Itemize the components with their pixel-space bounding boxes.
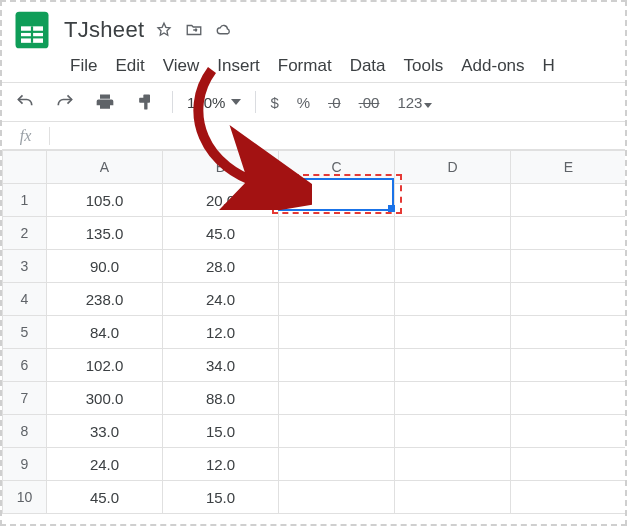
cell-A10[interactable]: 45.0 xyxy=(47,481,163,514)
cell-D9[interactable] xyxy=(395,448,511,481)
decrease-decimal[interactable]: .0 xyxy=(328,94,341,111)
row-header[interactable]: 8 xyxy=(3,415,47,448)
row-header[interactable]: 1 xyxy=(3,184,47,217)
cell-E10[interactable] xyxy=(511,481,627,514)
app-header: TJsheet File Edit View Insert Format Dat… xyxy=(2,2,625,82)
menu-edit[interactable]: Edit xyxy=(115,56,144,76)
cell-D5[interactable] xyxy=(395,316,511,349)
cell-A2[interactable]: 135.0 xyxy=(47,217,163,250)
cell-E6[interactable] xyxy=(511,349,627,382)
row-header[interactable]: 9 xyxy=(3,448,47,481)
grid-table: A B C D E 1105.020.02135.045.0390.028.04… xyxy=(2,150,627,514)
menu-help[interactable]: H xyxy=(543,56,555,76)
col-header-B[interactable]: B xyxy=(163,151,279,184)
menu-data[interactable]: Data xyxy=(350,56,386,76)
menu-addons[interactable]: Add-ons xyxy=(461,56,524,76)
table-row: 6102.034.0 xyxy=(3,349,627,382)
col-header-C[interactable]: C xyxy=(279,151,395,184)
cell-B6[interactable]: 34.0 xyxy=(163,349,279,382)
cell-E9[interactable] xyxy=(511,448,627,481)
cell-A6[interactable]: 102.0 xyxy=(47,349,163,382)
cell-D8[interactable] xyxy=(395,415,511,448)
row-header[interactable]: 3 xyxy=(3,250,47,283)
increase-decimal[interactable]: .00 xyxy=(359,94,380,111)
cell-C8[interactable] xyxy=(279,415,395,448)
cell-C5[interactable] xyxy=(279,316,395,349)
cell-A8[interactable]: 33.0 xyxy=(47,415,163,448)
paint-format-icon[interactable] xyxy=(132,89,158,115)
cell-A4[interactable]: 238.0 xyxy=(47,283,163,316)
row-header[interactable]: 7 xyxy=(3,382,47,415)
col-header-A[interactable]: A xyxy=(47,151,163,184)
toolbar-separator xyxy=(255,91,256,113)
cell-C3[interactable] xyxy=(279,250,395,283)
cell-D2[interactable] xyxy=(395,217,511,250)
menu-file[interactable]: File xyxy=(70,56,97,76)
document-title[interactable]: TJsheet xyxy=(64,17,144,43)
cell-E8[interactable] xyxy=(511,415,627,448)
print-icon[interactable] xyxy=(92,89,118,115)
row-header[interactable]: 6 xyxy=(3,349,47,382)
select-all-corner[interactable] xyxy=(3,151,47,184)
cell-B10[interactable]: 15.0 xyxy=(163,481,279,514)
cell-C2[interactable] xyxy=(279,217,395,250)
cell-B9[interactable]: 12.0 xyxy=(163,448,279,481)
cell-C1[interactable] xyxy=(279,184,395,217)
zoom-selector[interactable]: 100% xyxy=(187,94,241,111)
cell-C10[interactable] xyxy=(279,481,395,514)
format-percent[interactable]: % xyxy=(297,94,310,111)
cell-B2[interactable]: 45.0 xyxy=(163,217,279,250)
cell-D7[interactable] xyxy=(395,382,511,415)
cell-D4[interactable] xyxy=(395,283,511,316)
cell-B4[interactable]: 24.0 xyxy=(163,283,279,316)
undo-icon[interactable] xyxy=(12,89,38,115)
cell-E2[interactable] xyxy=(511,217,627,250)
cell-D10[interactable] xyxy=(395,481,511,514)
formula-input[interactable] xyxy=(50,122,625,149)
menu-format[interactable]: Format xyxy=(278,56,332,76)
table-row: 4238.024.0 xyxy=(3,283,627,316)
cell-C7[interactable] xyxy=(279,382,395,415)
cloud-status-icon[interactable] xyxy=(214,20,234,40)
col-header-D[interactable]: D xyxy=(395,151,511,184)
move-folder-icon[interactable] xyxy=(184,20,204,40)
cell-D6[interactable] xyxy=(395,349,511,382)
cell-E3[interactable] xyxy=(511,250,627,283)
cell-E4[interactable] xyxy=(511,283,627,316)
fx-icon: fx xyxy=(2,127,50,145)
sheets-logo-icon[interactable] xyxy=(10,8,54,52)
menu-tools[interactable]: Tools xyxy=(404,56,444,76)
cell-B3[interactable]: 28.0 xyxy=(163,250,279,283)
cell-B5[interactable]: 12.0 xyxy=(163,316,279,349)
redo-icon[interactable] xyxy=(52,89,78,115)
cell-C4[interactable] xyxy=(279,283,395,316)
cell-E1[interactable] xyxy=(511,184,627,217)
cell-B7[interactable]: 88.0 xyxy=(163,382,279,415)
spreadsheet-grid[interactable]: A B C D E 1105.020.02135.045.0390.028.04… xyxy=(2,150,625,514)
menu-view[interactable]: View xyxy=(163,56,200,76)
cell-B1[interactable]: 20.0 xyxy=(163,184,279,217)
cell-A5[interactable]: 84.0 xyxy=(47,316,163,349)
cell-C6[interactable] xyxy=(279,349,395,382)
row-header[interactable]: 5 xyxy=(3,316,47,349)
cell-A1[interactable]: 105.0 xyxy=(47,184,163,217)
cell-B8[interactable]: 15.0 xyxy=(163,415,279,448)
cell-D1[interactable] xyxy=(395,184,511,217)
cell-A9[interactable]: 24.0 xyxy=(47,448,163,481)
cell-E5[interactable] xyxy=(511,316,627,349)
number-format-label: 123 xyxy=(397,94,422,111)
format-currency[interactable]: $ xyxy=(270,94,278,111)
row-header[interactable]: 2 xyxy=(3,217,47,250)
cell-A3[interactable]: 90.0 xyxy=(47,250,163,283)
menu-insert[interactable]: Insert xyxy=(217,56,260,76)
cell-E7[interactable] xyxy=(511,382,627,415)
number-format-menu[interactable]: 123 xyxy=(397,94,432,111)
cell-D3[interactable] xyxy=(395,250,511,283)
zoom-value: 100% xyxy=(187,94,225,111)
cell-C9[interactable] xyxy=(279,448,395,481)
cell-A7[interactable]: 300.0 xyxy=(47,382,163,415)
col-header-E[interactable]: E xyxy=(511,151,627,184)
row-header[interactable]: 10 xyxy=(3,481,47,514)
star-icon[interactable] xyxy=(154,20,174,40)
row-header[interactable]: 4 xyxy=(3,283,47,316)
